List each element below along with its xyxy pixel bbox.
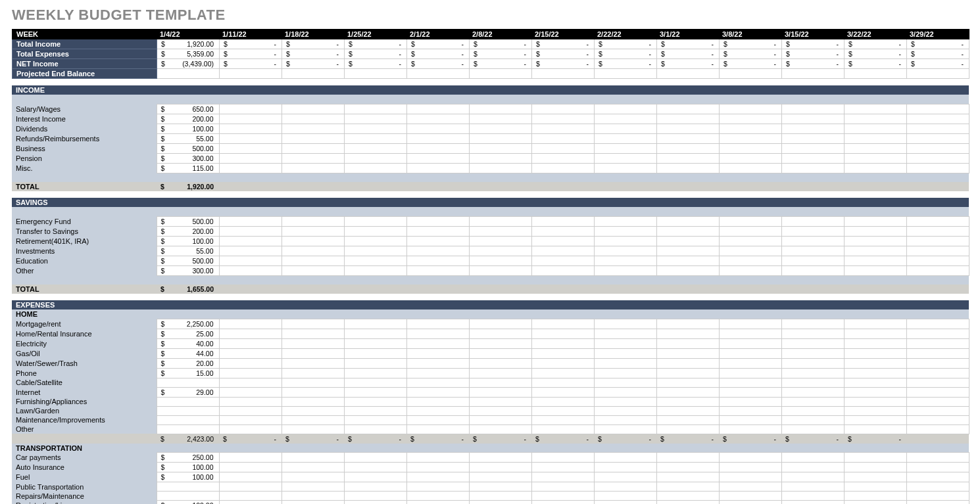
value-cell[interactable] (781, 114, 844, 124)
value-cell[interactable]: $- (470, 49, 532, 59)
value-cell[interactable] (781, 246, 844, 256)
value-cell[interactable] (844, 329, 906, 338)
value-cell[interactable] (531, 358, 594, 368)
value-cell[interactable] (844, 397, 906, 406)
value-cell[interactable] (907, 69, 969, 79)
value-cell[interactable] (719, 236, 781, 246)
value-cell[interactable] (406, 453, 469, 463)
value-cell[interactable] (906, 501, 969, 505)
value-cell[interactable] (282, 133, 344, 143)
value-cell[interactable] (656, 163, 719, 173)
value-cell[interactable] (406, 482, 469, 492)
value-cell[interactable] (906, 124, 969, 133)
value-cell[interactable] (344, 124, 406, 133)
value-cell[interactable] (844, 236, 906, 246)
value-cell[interactable] (781, 397, 844, 406)
value-cell[interactable] (781, 406, 844, 415)
value-cell[interactable] (781, 472, 844, 482)
value-cell[interactable]: $20.00 (157, 358, 219, 368)
value-cell[interactable] (594, 472, 656, 482)
value-cell[interactable] (531, 492, 594, 501)
value-cell[interactable] (906, 143, 969, 153)
value-cell[interactable]: $- (595, 49, 657, 59)
value-cell[interactable] (469, 387, 531, 397)
value-cell[interactable] (656, 406, 719, 415)
value-cell[interactable] (219, 358, 282, 368)
value-cell[interactable]: $- (595, 39, 657, 49)
value-cell[interactable] (844, 378, 906, 387)
value-cell[interactable] (781, 387, 844, 397)
value-cell[interactable] (344, 163, 406, 173)
value-cell[interactable] (282, 492, 344, 501)
value-cell[interactable] (656, 124, 719, 133)
value-cell[interactable]: $- (720, 39, 782, 49)
value-cell[interactable] (906, 492, 969, 501)
value-cell[interactable] (719, 133, 781, 143)
value-cell[interactable] (719, 348, 781, 358)
value-cell[interactable] (906, 378, 969, 387)
value-cell[interactable] (844, 226, 906, 236)
value-cell[interactable] (656, 319, 719, 329)
value-cell[interactable] (594, 482, 656, 492)
value-cell[interactable] (844, 163, 906, 173)
value-cell[interactable] (906, 348, 969, 358)
value-cell[interactable] (719, 143, 781, 153)
value-cell[interactable] (282, 482, 344, 492)
value-cell[interactable] (531, 236, 594, 246)
value-cell[interactable] (781, 492, 844, 501)
value-cell[interactable] (781, 236, 844, 246)
value-cell[interactable] (531, 163, 594, 173)
value-cell[interactable] (844, 216, 906, 226)
value-cell[interactable] (469, 348, 531, 358)
value-cell[interactable] (219, 143, 282, 153)
value-cell[interactable] (344, 256, 406, 265)
value-cell[interactable] (282, 387, 344, 397)
value-cell[interactable] (594, 463, 656, 472)
value-cell[interactable] (219, 265, 282, 275)
value-cell[interactable] (219, 368, 282, 378)
value-cell[interactable] (531, 472, 594, 482)
value-cell[interactable] (906, 453, 969, 463)
value-cell[interactable] (656, 348, 719, 358)
value-cell[interactable] (594, 368, 656, 378)
value-cell[interactable] (469, 424, 531, 434)
value-cell[interactable] (282, 153, 344, 163)
value-cell[interactable] (157, 378, 219, 387)
value-cell[interactable]: $- (595, 59, 657, 69)
value-cell[interactable]: $25.00 (157, 329, 219, 338)
value-cell[interactable] (594, 256, 656, 265)
value-cell[interactable] (469, 482, 531, 492)
value-cell[interactable] (594, 338, 656, 348)
value-cell[interactable] (906, 133, 969, 143)
value-cell[interactable] (282, 358, 344, 368)
value-cell[interactable] (656, 246, 719, 256)
value-cell[interactable]: $- (907, 39, 969, 49)
value-cell[interactable] (844, 472, 906, 482)
value-cell[interactable] (906, 236, 969, 246)
value-cell[interactable] (594, 226, 656, 236)
value-cell[interactable] (594, 397, 656, 406)
value-cell[interactable]: $- (532, 59, 595, 69)
value-cell[interactable] (469, 124, 531, 133)
value-cell[interactable] (219, 348, 282, 358)
value-cell[interactable] (719, 378, 781, 387)
value-cell[interactable] (781, 368, 844, 378)
value-cell[interactable] (844, 501, 906, 505)
value-cell[interactable] (219, 378, 282, 387)
value-cell[interactable] (219, 472, 282, 482)
value-cell[interactable] (531, 226, 594, 236)
value-cell[interactable] (781, 226, 844, 236)
value-cell[interactable] (469, 114, 531, 124)
value-cell[interactable] (406, 163, 469, 173)
value-cell[interactable] (594, 319, 656, 329)
value-cell[interactable] (344, 397, 406, 406)
value-cell[interactable] (656, 387, 719, 397)
value-cell[interactable] (406, 124, 469, 133)
value-cell[interactable] (531, 124, 594, 133)
value-cell[interactable] (531, 368, 594, 378)
value-cell[interactable] (282, 216, 344, 226)
value-cell[interactable]: $15.00 (157, 368, 219, 378)
value-cell[interactable] (656, 133, 719, 143)
value-cell[interactable]: $- (470, 59, 532, 69)
value-cell[interactable] (531, 424, 594, 434)
